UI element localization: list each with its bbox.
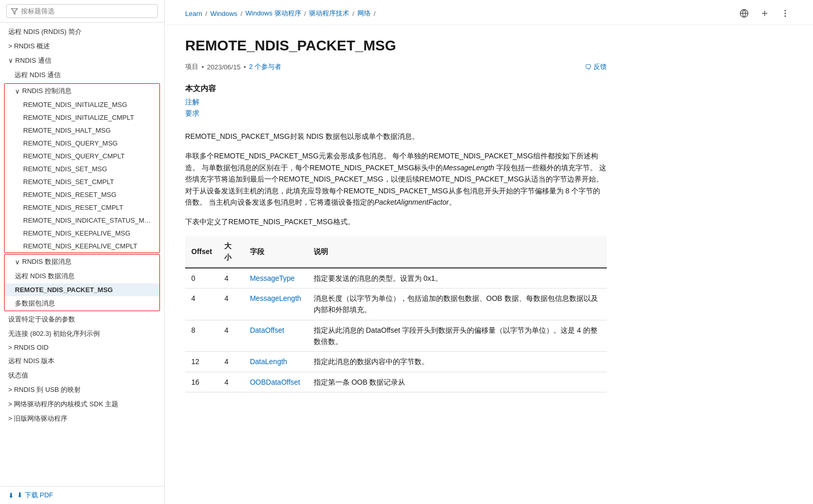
table-cell-field: DataLength <box>244 352 308 372</box>
sidebar-item-kernel-sdk[interactable]: > 网络驱动程序的内核模式 SDK 主题 <box>0 397 164 411</box>
svg-point-4 <box>785 10 786 11</box>
chevron-right-icon: > <box>8 42 12 50</box>
article-meta-bullet: • <box>202 63 204 71</box>
sidebar-item-usb-map[interactable]: > RNDIS 到 USB 的映射 <box>0 383 164 397</box>
sidebar-item-ctrl-header[interactable]: ∨RNDIS 控制消息 <box>5 84 159 98</box>
sidebar-item-rndis-oid[interactable]: > RNDIS OID <box>0 341 164 354</box>
breadcrumb-sep-2: / <box>241 10 243 17</box>
svg-point-5 <box>785 13 786 14</box>
sidebar-item-query-cmplt[interactable]: REMOTE_NDIS_QUERY_CMPLT <box>5 150 159 163</box>
table-cell-desc: 消息长度（以字节为单位），包括追加的数据包数据、OOB 数据、每数据包信息数据以… <box>308 288 607 320</box>
sidebar-item-set-msg[interactable]: REMOTE_NDIS_SET_MSG <box>5 163 159 175</box>
sidebar-item-device-params[interactable]: 设置特定于设备的参数 <box>0 312 164 327</box>
article-p2-italic: MessageLength <box>443 164 494 172</box>
article: REMOTE_NDIS_PACKET_MSG 项目 • 2023/06/15 •… <box>165 25 627 423</box>
table-row: 0 4 MessageType 指定要发送的消息的类型。设置为 0x1。 <box>185 268 607 289</box>
sidebar-item-reset-msg[interactable]: REMOTE_NDIS_RESET_MSG <box>5 188 159 201</box>
sidebar-item-init-cmplt[interactable]: REMOTE_NDIS_INITIALIZE_CMPLT <box>5 111 159 124</box>
table-cell-size: 4 <box>218 372 244 392</box>
download-pdf-button[interactable]: ⬇ ⬇ 下载 PDF <box>0 486 164 504</box>
sidebar-item-packet-msg[interactable]: REMOTE_NDIS_PACKET_MSG <box>5 283 159 296</box>
table-cell-desc: 指定从此消息的 DataOffset 字段开头到数据开头的偏移量（以字节为单位）… <box>308 320 607 352</box>
sidebar-item-legacy[interactable]: > 旧版网络驱动程序 <box>0 411 164 426</box>
sidebar-item-status[interactable]: 状态值 <box>0 368 164 383</box>
sidebar-item-keepalive-cmplt[interactable]: REMOTE_NDIS_KEEPALIVE_CMPLT <box>5 240 159 253</box>
plus-icon <box>760 9 769 18</box>
table-cell-field: MessageLength <box>244 288 308 320</box>
sidebar-data-msg-group: ∨RNDIS 数据消息 远程 NDIS 数据消息 REMOTE_NDIS_PAC… <box>4 254 160 311</box>
toc-link-notes[interactable]: 注解 <box>185 98 607 107</box>
table-cell-field: MessageType <box>244 268 308 289</box>
table-cell-offset: 0 <box>185 268 218 289</box>
table-row: 4 4 MessageLength 消息长度（以字节为单位），包括追加的数据包数… <box>185 288 607 320</box>
sidebar-item-remote-data-msg[interactable]: 远程 NDIS 数据消息 <box>5 269 159 283</box>
chevron-down-icon: ∨ <box>8 57 13 64</box>
breadcrumb-learn[interactable]: Learn <box>185 10 202 17</box>
table-cell-size: 4 <box>218 320 244 352</box>
more-icon-button[interactable] <box>778 6 792 21</box>
data-table: Offset 大小 字段 说明 0 4 MessageType 指定要发送的消息… <box>185 236 607 393</box>
sidebar-item-init-msg[interactable]: REMOTE_NDIS_INITIALIZE_MSG <box>5 98 159 111</box>
breadcrumb-driver-tech[interactable]: 驱动程序技术 <box>309 9 349 18</box>
breadcrumb: Learn / Windows / Windows 驱动程序 / 驱动程序技术 … <box>185 9 375 18</box>
chevron-down-icon-3: ∨ <box>15 258 20 266</box>
sidebar-item-keepalive-msg[interactable]: REMOTE_NDIS_KEEPALIVE_MSG <box>5 227 159 240</box>
sidebar-item-remote-comm[interactable]: 远程 NDIS 通信 <box>0 68 164 82</box>
sidebar-filter-input[interactable] <box>6 4 158 18</box>
article-meta-bullet2: • <box>244 63 246 71</box>
sidebar-item-overview[interactable]: > RNDIS 概述 <box>0 39 164 53</box>
breadcrumb-sep-3: / <box>304 10 306 17</box>
article-contributors-link[interactable]: 2 个参与者 <box>249 62 281 71</box>
table-cell-offset: 8 <box>185 320 218 352</box>
sidebar-item-reset-cmplt[interactable]: REMOTE_NDIS_RESET_CMPLT <box>5 201 159 214</box>
more-icon <box>781 9 790 18</box>
svg-point-6 <box>785 16 786 17</box>
feedback-label: 反馈 <box>593 62 607 71</box>
sidebar-item-data-header[interactable]: ∨RNDIS 数据消息 <box>5 255 159 269</box>
table-cell-field: OOBDataOffset <box>244 372 308 392</box>
article-meta-date: 2023/06/15 <box>207 63 241 71</box>
globe-icon-button[interactable] <box>737 6 751 21</box>
table-row: 16 4 OOBDataOffset 指定第一条 OOB 数据记录从 <box>185 372 607 392</box>
feedback-button[interactable]: 🗨 反馈 <box>585 62 607 71</box>
breadcrumb-bar: Learn / Windows / Windows 驱动程序 / 驱动程序技术 … <box>165 0 813 25</box>
table-header-desc: 说明 <box>308 236 607 268</box>
table-header-field: 字段 <box>244 236 308 268</box>
sidebar-filter-container <box>0 0 164 23</box>
plus-icon-button[interactable] <box>757 6 772 21</box>
sidebar-item-no-conn[interactable]: 无连接 (802.3) 初始化序列示例 <box>0 327 164 341</box>
download-icon: ⬇ <box>8 492 14 499</box>
breadcrumb-actions <box>737 6 792 21</box>
sidebar-item-indicate-status[interactable]: REMOTE_NDIS_INDICATE_STATUS_MSG <box>5 214 159 227</box>
breadcrumb-sep-1: / <box>205 10 207 17</box>
breadcrumb-sep-5: / <box>374 10 376 17</box>
table-cell-size: 4 <box>218 268 244 289</box>
table-row: 12 4 DataLength 指定此消息的数据内容中的字节数。 <box>185 352 607 372</box>
sidebar-item-multi-data[interactable]: 多数据包消息 <box>5 296 159 311</box>
table-cell-desc: 指定第一条 OOB 数据记录从 <box>308 372 607 392</box>
sidebar-item-intro[interactable]: 远程 NDIS (RNDIS) 简介 <box>0 25 164 39</box>
table-cell-offset: 12 <box>185 352 218 372</box>
sidebar-item-set-cmplt[interactable]: REMOTE_NDIS_SET_CMPLT <box>5 175 159 188</box>
table-cell-size: 4 <box>218 352 244 372</box>
toc-link-requirements[interactable]: 要求 <box>185 109 607 118</box>
article-body: REMOTE_NDIS_PACKET_MSG封装 NDIS 数据包以形成单个数据… <box>185 131 607 392</box>
breadcrumb-drivers[interactable]: Windows 驱动程序 <box>245 9 301 18</box>
sidebar-item-comm[interactable]: ∨ RNDIS 通信 <box>0 53 164 68</box>
article-meta: 项目 • 2023/06/15 • 2 个参与者 🗨 反馈 <box>185 62 607 71</box>
table-cell-desc: 指定要发送的消息的类型。设置为 0x1。 <box>308 268 607 289</box>
table-header-size: 大小 <box>218 236 244 268</box>
breadcrumb-windows[interactable]: Windows <box>210 10 238 17</box>
table-cell-size: 4 <box>218 288 244 320</box>
breadcrumb-network[interactable]: 网络 <box>357 9 371 18</box>
chevron-right-icon-5: > <box>8 415 12 422</box>
article-p1: REMOTE_NDIS_PACKET_MSG封装 NDIS 数据包以形成单个数据… <box>185 131 607 142</box>
sidebar-item-query-msg[interactable]: REMOTE_NDIS_QUERY_MSG <box>5 137 159 150</box>
article-meta-left: 项目 • 2023/06/15 • 2 个参与者 <box>185 62 281 71</box>
sidebar-item-halt-msg[interactable]: REMOTE_NDIS_HALT_MSG <box>5 124 159 137</box>
sidebar-item-rndis-version[interactable]: 远程 NDIS 版本 <box>0 354 164 368</box>
article-p2-end: 。 <box>449 198 456 206</box>
content-area: Learn / Windows / Windows 驱动程序 / 驱动程序技术 … <box>165 0 813 504</box>
article-meta-label: 项目 <box>185 62 198 71</box>
chevron-down-icon-2: ∨ <box>15 87 20 95</box>
